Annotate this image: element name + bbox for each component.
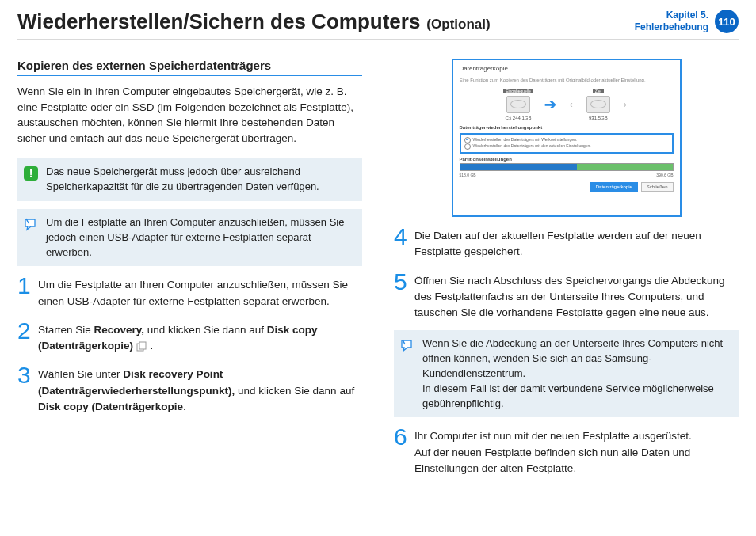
bottom-note-a: Wenn Sie die Abdeckung an der Unterseite… <box>422 337 723 379</box>
page-title: Wiederherstellen/Sichern des Computers <box>17 10 420 34</box>
step-1: 1 Um die Festplatte an Ihren Computer an… <box>17 274 362 310</box>
step-number: 4 <box>394 225 414 249</box>
step-3: 3 Wählen Sie unter Disk recovery Point (… <box>17 363 362 415</box>
note-text: Um die Festplatte an Ihren Computer anzu… <box>46 215 354 260</box>
target-drive-box: Ziel 931.5GB <box>586 89 610 120</box>
section-title: Kopieren des externen Speicherdatenträge… <box>17 59 362 76</box>
bottom-note-callout: Wenn Sie die Abdeckung an der Unterseite… <box>394 330 739 417</box>
target-size-label: 931.5GB <box>589 116 608 120</box>
target-top-label: Ziel <box>593 89 604 93</box>
ss-subtitle: Eine Funktion zum Kopieren des Datenträg… <box>460 78 674 82</box>
page-title-wrap: Wiederherstellen/Sichern des Computers (… <box>17 10 491 34</box>
note-icon <box>399 336 416 354</box>
ss-window-title: Datenträgerkopie <box>460 65 674 74</box>
step3-c: und klicken Sie dann auf <box>235 385 354 397</box>
source-size-label: C:\ 244.1GB <box>505 116 531 120</box>
step2-e: . <box>147 340 154 352</box>
step-2: 2 Starten Sie Recovery, und klicken Sie … <box>17 319 362 355</box>
step-number: 2 <box>17 319 38 343</box>
step2-b: Recovery, <box>94 324 145 336</box>
step-number: 6 <box>394 425 414 449</box>
step-6-text: Ihr Computer ist nun mit der neuen Festp… <box>414 425 739 477</box>
chevron-right-icon[interactable]: › <box>621 99 629 110</box>
step3-e: . <box>183 401 186 412</box>
right-column: Datenträgerkopie Eine Funktion zum Kopie… <box>394 59 739 486</box>
close-button[interactable]: Schließen <box>641 182 674 192</box>
source-top-label: Eingabequelle <box>503 89 533 93</box>
partition-bar-labels: 518.0 GB 390.6 GB <box>460 173 674 177</box>
ss-opt1-row[interactable]: Wiederherstellen des Datenträgers mit We… <box>464 137 669 143</box>
chapter-label: Kapitel 5. Fehlerbehebung <box>635 10 708 33</box>
step6-a: Ihr Computer ist nun mit der neuen Festp… <box>414 430 692 442</box>
radio-icon[interactable] <box>464 143 471 150</box>
step3-d: Disk copy (Datenträgerkopie <box>38 401 183 412</box>
warning-callout: Das neue Speichergerät muss jedoch über … <box>17 158 362 201</box>
ss-recovery-highlight: Wiederherstellen des Datenträgers mit We… <box>460 133 674 154</box>
svg-rect-1 <box>139 342 146 349</box>
content-columns: Kopieren des externen Speicherdatenträge… <box>17 59 739 486</box>
ss-button-row: Datenträgerkopie Schließen <box>460 182 674 192</box>
step2-a: Starten Sie <box>38 324 94 336</box>
bottom-note-b: In diesem Fall ist der damit verbundene … <box>422 382 714 409</box>
ss-partition-heading: Partitionseinstellungen <box>460 157 674 162</box>
radio-icon[interactable] <box>464 137 471 143</box>
step-1-text: Um die Festplatte an Ihren Computer anzu… <box>38 274 362 310</box>
ss-recovery-heading: Datenträgerwiederherstellungspunkt <box>460 125 674 130</box>
step-2-text: Starten Sie Recovery, und klicken Sie da… <box>38 319 362 355</box>
disk-copy-icon <box>136 341 147 352</box>
hard-drive-icon <box>586 96 610 113</box>
partition-bar <box>460 163 674 171</box>
hard-drive-icon <box>506 96 530 113</box>
document-page: Wiederherstellen/Sichern des Computers (… <box>0 0 756 536</box>
ss-opt1: Wiederherstellen des Datenträgers mit We… <box>473 137 578 142</box>
disk-copy-button[interactable]: Datenträgerkopie <box>590 182 638 192</box>
step-3-text: Wählen Sie unter Disk recovery Point (Da… <box>38 363 362 415</box>
header-right: Kapitel 5. Fehlerbehebung 110 <box>635 10 739 33</box>
disk-copy-screenshot: Datenträgerkopie Eine Funktion zum Kopie… <box>452 59 682 217</box>
page-number-badge: 110 <box>715 10 739 33</box>
chapter-line2: Fehlerbehebung <box>635 21 708 33</box>
step-4: 4 Die Daten auf der aktuellen Festplatte… <box>394 225 739 260</box>
left-column: Kopieren des externen Speicherdatenträge… <box>17 59 362 486</box>
note-callout: Um die Festplatte an Ihren Computer anzu… <box>17 209 362 267</box>
intro-paragraph: Wenn Sie ein in Ihren Computer eingebaut… <box>17 84 362 146</box>
source-drive-box: Eingabequelle C:\ 244.1GB <box>503 89 533 120</box>
step-number: 1 <box>17 274 38 298</box>
ss-opt2: Wiederherstellen des Datenträgers mit de… <box>473 143 591 148</box>
step2-c: und klicken Sie dann auf <box>144 324 267 336</box>
step-number: 3 <box>17 363 38 387</box>
chapter-line1: Kapitel 5. <box>635 10 708 21</box>
step-6: 6 Ihr Computer ist nun mit der neuen Fes… <box>394 425 739 477</box>
warning-icon <box>22 165 40 182</box>
step-5: 5 Öffnen Sie nach Abschluss des Speicher… <box>394 270 739 321</box>
warning-text: Das neue Speichergerät muss jedoch über … <box>46 165 354 195</box>
step3-a: Wählen Sie unter <box>38 368 123 380</box>
ss-opt2-row[interactable]: Wiederherstellen des Datenträgers mit de… <box>464 143 669 150</box>
chevron-left-icon[interactable]: ‹ <box>567 99 575 110</box>
step6-b: Auf der neuen Festplatte befinden sich n… <box>414 447 690 474</box>
bottom-note-inner: Wenn Sie die Abdeckung an der Unterseite… <box>422 336 731 411</box>
step-5-text: Öffnen Sie nach Abschluss des Speichervo… <box>414 270 739 321</box>
arrow-right-icon: ➔ <box>544 96 556 113</box>
page-header: Wiederherstellen/Sichern des Computers (… <box>17 10 739 40</box>
step-4-text: Die Daten auf der aktuellen Festplatte w… <box>414 225 739 260</box>
step-number: 5 <box>394 270 414 294</box>
page-title-optional: (Optional) <box>426 17 490 32</box>
note-icon <box>22 215 40 233</box>
partition-left-label: 518.0 GB <box>460 173 476 177</box>
ss-drives-row: Eingabequelle C:\ 244.1GB ➔ ‹ Ziel 931.5… <box>460 89 674 120</box>
partition-right-label: 390.6 GB <box>656 173 673 177</box>
